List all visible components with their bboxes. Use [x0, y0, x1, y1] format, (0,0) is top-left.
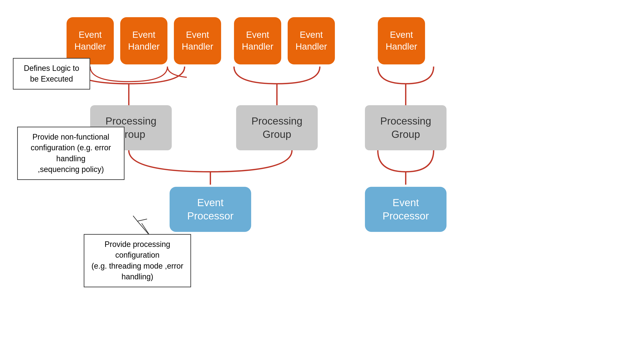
- defines-logic-annotation: Defines Logic to be Executed: [13, 58, 90, 90]
- event-handler-5: EventHandler: [288, 17, 335, 64]
- event-processor-2: EventProcessor: [365, 187, 446, 232]
- event-handler-2: EventHandler: [120, 17, 168, 64]
- event-handler-4: EventHandler: [234, 17, 281, 64]
- processing-group-2: ProcessingGroup: [236, 105, 318, 150]
- event-handler-3: EventHandler: [174, 17, 221, 64]
- svg-line-16: [133, 216, 138, 221]
- processing-group-3: ProcessingGroup: [365, 105, 446, 150]
- event-processor-1: EventProcessor: [170, 187, 251, 232]
- svg-line-15: [138, 219, 147, 221]
- event-handler-6: EventHandler: [378, 17, 425, 64]
- non-functional-annotation: Provide non-functionalconfiguration (e.g…: [17, 127, 124, 180]
- diagram-container: Event Handler EventHandler EventHandler …: [0, 0, 644, 356]
- processing-config-annotation: Provide processing configuration(e.g. th…: [84, 234, 191, 287]
- event-handler-1: Event Handler: [66, 17, 114, 64]
